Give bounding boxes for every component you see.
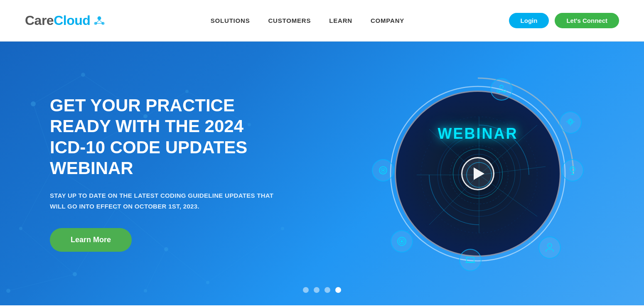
nav-item-customers[interactable]: CUSTOMERS — [268, 17, 311, 24]
carousel-dot-4[interactable] — [335, 287, 341, 293]
play-icon — [474, 167, 484, 180]
logo-text: CareCloud — [25, 13, 90, 28]
svg-line-29 — [166, 249, 208, 282]
connect-button[interactable]: Let's Connect — [555, 13, 619, 28]
hero-content: GET YOUR PRACTICE READY WITH THE 2024 IC… — [0, 95, 283, 252]
svg-point-61 — [569, 120, 572, 123]
header-buttons: Login Let's Connect — [509, 13, 619, 28]
main-nav: SOLUTIONS CUSTOMERS LEARN COMPANY — [211, 17, 404, 24]
svg-line-4 — [99, 20, 103, 23]
svg-point-60 — [568, 119, 573, 124]
icon-node-top — [490, 78, 513, 101]
icon-node-right-top — [559, 111, 582, 134]
svg-point-70 — [382, 169, 384, 171]
carousel-dots — [303, 287, 341, 293]
learn-more-button[interactable]: Learn More — [50, 228, 132, 252]
logo-cloud-text: Cloud — [54, 13, 90, 28]
svg-point-57 — [500, 85, 503, 88]
play-button[interactable] — [461, 157, 494, 190]
hero-visual: WEBINAR — [370, 66, 586, 282]
hero-subtitle: STAY UP TO DATE ON THE LATEST CODING GUI… — [50, 190, 283, 211]
nav-item-company[interactable]: COMPANY — [371, 17, 404, 24]
header: CareCloud SOLUTIONS CUSTOMERS LEARN COMP… — [0, 0, 644, 42]
svg-rect-64 — [467, 257, 474, 262]
icon-node-left — [372, 159, 394, 182]
icon-node-left-bottom — [391, 230, 413, 253]
svg-line-3 — [96, 20, 99, 23]
carousel-dot-1[interactable] — [303, 287, 309, 293]
icon-node-right — [561, 159, 584, 182]
nav-item-solutions[interactable]: SOLUTIONS — [211, 17, 250, 24]
hero-section: GET YOUR PRACTICE READY WITH THE 2024 IC… — [0, 42, 644, 305]
main-circle: WEBINAR — [395, 91, 561, 257]
svg-line-33 — [145, 249, 166, 291]
carousel-dot-2[interactable] — [314, 287, 320, 293]
logo-care-text: Care — [25, 13, 54, 28]
hero-title: GET YOUR PRACTICE READY WITH THE 2024 IC… — [50, 95, 283, 179]
nav-item-learn[interactable]: LEARN — [329, 17, 352, 24]
svg-point-62 — [570, 167, 575, 172]
svg-point-0 — [98, 16, 101, 20]
svg-point-59 — [504, 90, 506, 92]
svg-point-67 — [401, 240, 403, 242]
svg-point-58 — [497, 90, 499, 92]
carousel-dot-3[interactable] — [324, 287, 330, 293]
icon-node-bottom-right — [538, 236, 561, 259]
svg-line-30 — [8, 274, 75, 291]
login-button[interactable]: Login — [509, 13, 549, 28]
icon-node-bottom — [459, 249, 482, 271]
logo[interactable]: CareCloud — [25, 13, 106, 28]
logo-icon — [93, 15, 106, 27]
svg-point-63 — [548, 243, 552, 248]
